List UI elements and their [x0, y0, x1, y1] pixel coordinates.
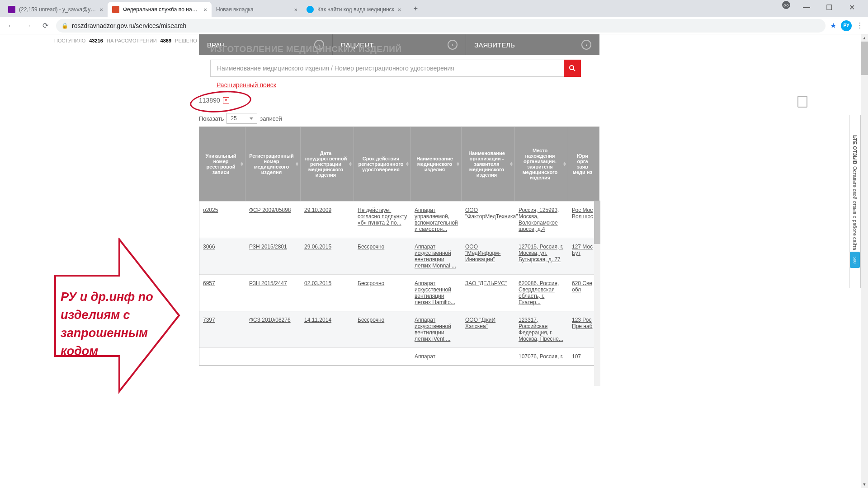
col-reg-number[interactable]: Регистрационный номер медицинского издел…	[245, 127, 301, 201]
page-content: ПОСТУПИЛО 43216 НА РАССМОТРЕНИИ 4869 РЕШ…	[0, 34, 868, 488]
table-cell[interactable]: 29.10.2009	[301, 202, 354, 238]
table-cell[interactable]	[245, 348, 301, 365]
table-cell[interactable]: 3066	[199, 238, 245, 274]
table-cell[interactable]: Аппарат искусственной вентиляции легких …	[411, 275, 462, 311]
svg-point-0	[784, 5, 786, 6]
table-cell[interactable]: ООО "ДжиИ Хэлскеа"	[462, 311, 515, 347]
reload-button[interactable]: ⟳	[39, 19, 52, 32]
col-validity[interactable]: Срок действия регистрационного удостовер…	[354, 127, 411, 201]
table-cell[interactable]: 29.06.2015	[301, 238, 354, 274]
minimize-icon[interactable]: —	[800, 1, 813, 14]
table-cell[interactable]: ФСЗ 2010/08276	[245, 311, 301, 347]
table-cell[interactable]: 6957	[199, 275, 245, 311]
table-cell[interactable]	[301, 348, 354, 365]
close-icon[interactable]: ×	[398, 6, 401, 13]
table-cell[interactable]: Аппарат управляемой, вспомогательной и с…	[411, 202, 462, 238]
avatar[interactable]: РУ	[841, 20, 852, 31]
table-cell[interactable]: 127015, Россия, г. Москва, ул. Бутырская…	[515, 238, 568, 274]
table-row[interactable]: 6957РЗН 2015/244702.03.2015БессрочноАппа…	[199, 274, 599, 311]
scroll-up-icon[interactable]: ▲	[861, 34, 868, 42]
table-cell[interactable]: Аппарат искусственной вентиляции легких …	[411, 238, 462, 274]
col-label: Уникальный номер реестровой записи	[202, 153, 240, 175]
table-cell[interactable]: Россия, 125993, Москва, Волоколамское шо…	[515, 202, 568, 238]
table-cell[interactable]: Аппарат	[411, 348, 462, 365]
stat-label: ПОСТУПИЛО	[54, 38, 85, 43]
search-icon	[569, 65, 576, 72]
new-tab-button[interactable]: +	[409, 2, 422, 15]
favicon-icon	[8, 6, 15, 13]
tab-title: Как найти код вида медицинск	[317, 6, 394, 13]
feedback-tail: ЬТЕ ОТЗЫВ	[852, 135, 858, 164]
table-cell[interactable]	[462, 348, 515, 365]
table-cell[interactable]: ООО "ФакторМедТехника"	[462, 202, 515, 238]
browser-tab[interactable]: Новая вкладка ×	[212, 2, 302, 17]
browser-tab[interactable]: Федеральная служба по надзор ×	[108, 2, 212, 17]
col-device-name[interactable]: Наименование медицинского изделия	[411, 127, 462, 201]
table-cell[interactable]	[354, 348, 411, 365]
maximize-icon[interactable]: ☐	[823, 1, 835, 14]
table-cell[interactable]: 107076, Россия, г.	[515, 348, 568, 365]
search-input[interactable]: Наименование медицинского изделия / Номе…	[210, 60, 567, 77]
table-cell[interactable]: Не действует согласно подпункту «б» пунк…	[354, 202, 411, 238]
advanced-search-link[interactable]: Расширенный поиск	[217, 81, 276, 89]
col-reg-date[interactable]: Дата государственной регистрации медицин…	[301, 127, 354, 201]
search-button[interactable]	[564, 60, 581, 77]
table-row[interactable]: 3066РЗН 2015/280129.06.2015БессрочноАппа…	[199, 238, 599, 274]
bookmark-icon[interactable]: ★	[830, 21, 836, 30]
table-row[interactable]: 7397ФСЗ 2010/0827614.11.2014БессрочноАпп…	[199, 311, 599, 347]
scrollbar-thumb[interactable]	[861, 42, 868, 75]
close-window-icon[interactable]: ✕	[845, 1, 858, 14]
table-cell[interactable]: 7397	[199, 311, 245, 347]
result-count: 113890 ✕	[199, 97, 229, 104]
scrollbar-thumb[interactable]	[594, 201, 600, 244]
stat-value: 4869	[160, 38, 171, 43]
table-cell[interactable]: Бессрочно	[354, 275, 411, 311]
feedback-widget[interactable]: ЬТЕ ОТЗЫВ Оставьте свой отзыв о работе с…	[849, 115, 861, 288]
pager-suffix: записей	[260, 115, 282, 122]
table-cell[interactable]: ФСР 2009/05898	[245, 202, 301, 238]
stat-label: НА РАССМОТРЕНИИ	[107, 38, 157, 43]
table-scrollbar[interactable]	[594, 201, 600, 386]
close-icon[interactable]: ×	[203, 6, 207, 13]
table-cell[interactable]: о2025	[199, 202, 245, 238]
table-cell[interactable]: 620086, Россия, Свердловская область, г.…	[515, 275, 568, 311]
table-cell[interactable]: Аппарат искусственной вентиляции легких …	[411, 311, 462, 347]
col-label: Юри орга заяв меди из	[571, 153, 594, 175]
browser-tab[interactable]: (22,159 unread) - y_savva@yaho ×	[4, 2, 108, 17]
scroll-down-icon[interactable]: ▼	[861, 481, 868, 488]
table-cell[interactable]: 123317, Российская Федерация, г. Москва,…	[515, 311, 568, 347]
col-applicant[interactable]: Наименование организации - заявителя мед…	[462, 127, 515, 201]
table-cell[interactable]: ЗАО "ДЕЛЬРУС"	[462, 275, 515, 311]
export-icon[interactable]	[797, 96, 807, 108]
table-row[interactable]: о2025ФСР 2009/0589829.10.2009Не действуе…	[199, 201, 599, 238]
page-scrollbar[interactable]: ▲ ▼	[861, 34, 868, 488]
table-cell[interactable]: ООО "МедИнформ-Инновации"	[462, 238, 515, 274]
annotation-oval	[189, 89, 252, 115]
chevron-right-icon: ›	[448, 40, 458, 50]
col-label: Наименование организации - заявителя мед…	[464, 150, 509, 178]
table-cell[interactable]	[199, 348, 245, 365]
forward-button[interactable]: →	[22, 19, 34, 32]
col-unique-number[interactable]: Уникальный номер реестровой записи	[199, 127, 245, 201]
address-bar[interactable]: 🔒 roszdravnadzor.gov.ru/services/misearc…	[56, 19, 826, 33]
tab-applicant[interactable]: ЗАЯВИТЕЛЬ›	[466, 34, 599, 55]
lock-icon: 🔒	[61, 23, 68, 29]
col-location[interactable]: Место нахождения организации-заявителя м…	[515, 127, 568, 201]
profile-icon[interactable]	[782, 1, 790, 9]
table-cell[interactable]: Бессрочно	[354, 238, 411, 274]
browser-tab[interactable]: Как найти код вида медицинск ×	[302, 2, 406, 17]
table-cell[interactable]: РЗН 2015/2801	[245, 238, 301, 274]
table-cell[interactable]: 14.11.2014	[301, 311, 354, 347]
col-label: Регистрационный номер медицинского издел…	[248, 153, 295, 175]
close-icon[interactable]: ×	[99, 6, 103, 13]
page-size-select[interactable]: 25	[226, 113, 257, 124]
table-cell[interactable]: 02.03.2015	[301, 275, 354, 311]
table-row[interactable]: Аппарат107076, Россия, г.107	[199, 347, 599, 365]
table-cell[interactable]: РЗН 2015/2447	[245, 275, 301, 311]
back-button[interactable]: ←	[5, 19, 17, 32]
col-legal-addr[interactable]: Юри орга заяв меди из	[568, 127, 600, 201]
svg-line-3	[573, 69, 575, 71]
close-icon[interactable]: ×	[294, 6, 297, 13]
menu-icon[interactable]: ⋮	[856, 21, 863, 30]
table-cell[interactable]: Бессрочно	[354, 311, 411, 347]
